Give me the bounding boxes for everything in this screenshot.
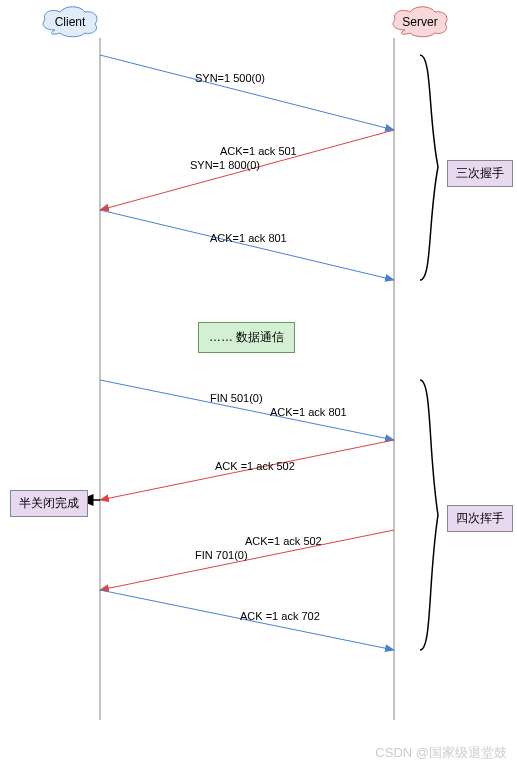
msg-syn1: SYN=1 500(0) bbox=[195, 72, 265, 84]
handshake-label-box: 三次握手 bbox=[447, 160, 513, 187]
client-node: Client bbox=[43, 7, 97, 37]
server-label: Server bbox=[402, 15, 437, 29]
msg-ack2: ACK=1 ack 801 bbox=[210, 232, 287, 244]
msg-fin1-ack: ACK=1 ack 801 bbox=[270, 406, 347, 418]
wave-label-box: 四次挥手 bbox=[447, 505, 513, 532]
fin1-arrow bbox=[100, 380, 394, 440]
msg-fin2: FIN 701(0) bbox=[195, 549, 248, 561]
halfclose-label-box: 半关闭完成 bbox=[10, 490, 88, 517]
msg-ack4: ACK=1 ack 502 bbox=[245, 535, 322, 547]
msg-syn2: SYN=1 800(0) bbox=[190, 159, 260, 171]
client-label: Client bbox=[55, 15, 86, 29]
ack-arrow bbox=[100, 210, 394, 280]
wave-brace bbox=[420, 380, 438, 650]
msg-fin1: FIN 501(0) bbox=[210, 392, 263, 404]
handshake-brace bbox=[420, 55, 438, 280]
msg-ack1: ACK=1 ack 501 bbox=[220, 145, 297, 157]
data-comm-box: …… 数据通信 bbox=[198, 322, 295, 353]
server-node: Server bbox=[393, 7, 447, 37]
msg-ack5: ACK =1 ack 702 bbox=[240, 610, 320, 622]
syn-arrow bbox=[100, 55, 394, 130]
sequence-diagram: Client Server bbox=[0, 0, 517, 770]
watermark: CSDN @国家级退堂鼓 bbox=[375, 744, 507, 762]
msg-ack3: ACK =1 ack 502 bbox=[215, 460, 295, 472]
